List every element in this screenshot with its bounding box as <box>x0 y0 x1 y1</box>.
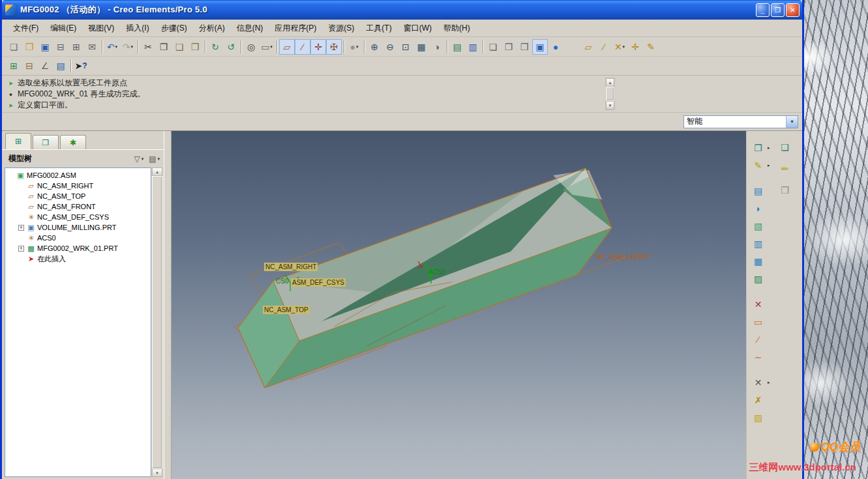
model-tree-tab[interactable]: ⊞ <box>5 133 31 149</box>
datum-plane-display-toggle[interactable]: ▱ <box>279 39 295 55</box>
sketch-rectangle-icon[interactable]: ▭ <box>750 313 766 330</box>
window-new-icon[interactable]: ❒ <box>516 39 532 55</box>
repaint-icon[interactable]: ▦ <box>413 39 429 55</box>
datum-label[interactable]: ASM_DEF_CSYS <box>291 278 346 287</box>
tree-item[interactable]: ▣ MFG0002.ASM <box>5 170 151 181</box>
point-label-icon[interactable]: ✗ <box>750 392 766 408</box>
expand-icon[interactable]: + <box>18 225 24 231</box>
regenerate-icon[interactable]: ↻ <box>207 39 223 55</box>
datum-label[interactable]: NC_ASM_FRONT <box>595 253 651 261</box>
maximize-button[interactable]: ❐ <box>771 3 785 17</box>
datum-csys-tool-icon[interactable]: ✛ <box>627 39 643 55</box>
paste-special-icon[interactable]: ❒ <box>187 39 203 55</box>
panel-splitter[interactable] <box>164 131 172 479</box>
menu-applications[interactable]: 应用程序(P) <box>269 20 322 36</box>
gauge-icon[interactable]: ∠ <box>37 58 53 74</box>
email-icon[interactable]: ✉ <box>84 39 100 55</box>
datum-label[interactable]: NC_ASM_RIGHT <box>264 263 318 271</box>
datum-point-display-toggle[interactable]: ✛ <box>310 39 326 55</box>
datum-point-icon[interactable]: ✕ <box>750 374 766 390</box>
new-file-icon[interactable]: ❏ <box>6 39 22 55</box>
tree-item[interactable]: ✳ NC_ASM_DEF_CSYS <box>5 212 151 222</box>
tree-settings-icon[interactable]: ▤ ▾ <box>149 154 160 164</box>
menu-insert[interactable]: 插入(I) <box>120 20 155 36</box>
minimize-button[interactable]: _ <box>756 3 770 17</box>
sketch-spline-icon[interactable]: ∼ <box>750 349 766 365</box>
layers-icon[interactable]: ▤ <box>449 39 465 55</box>
profile-icon[interactable]: ▥ <box>750 235 766 252</box>
tree-item[interactable]: + ▣ VOLUME_MILLING.PRT <box>5 222 151 233</box>
scroll-up-icon[interactable]: ▲ <box>606 78 614 87</box>
dome-surface-icon[interactable]: ◗ <box>750 200 766 216</box>
menu-steps[interactable]: 步骤(S) <box>155 20 193 36</box>
scroll-up-icon[interactable]: ▲ <box>152 167 162 176</box>
edit-feature-icon[interactable]: ✎ <box>750 157 766 173</box>
flyout-extra-icon[interactable]: ❒ <box>777 182 793 198</box>
combo-dropdown-icon[interactable]: ▾ <box>786 116 798 128</box>
menu-help[interactable]: 帮助(H) <box>438 20 476 36</box>
menu-info[interactable]: 信息(N) <box>231 20 269 36</box>
datum-label[interactable]: ACS0 <box>427 268 447 276</box>
datum-label[interactable]: CS0 <box>275 277 290 285</box>
cut-icon[interactable]: ✂ <box>140 39 156 55</box>
close-button[interactable]: ✕ <box>786 3 800 17</box>
open-file-icon[interactable]: ❒ <box>22 39 37 55</box>
scrollbar-thumb[interactable] <box>606 87 614 101</box>
table-icon[interactable]: ▦ <box>750 253 766 269</box>
undo-icon[interactable]: ↶ ▾ <box>104 39 120 55</box>
sketch-tool-icon[interactable]: ✎ <box>643 39 659 55</box>
window-tile-icon[interactable]: ❐ <box>501 39 516 55</box>
zoom-out-icon[interactable]: ⊖ <box>382 39 398 55</box>
tree-item[interactable]: ▱ NC_ASM_FRONT <box>5 201 151 212</box>
nc-process-manager-icon[interactable]: ⊞ <box>6 58 22 74</box>
zoom-in-icon[interactable]: ⊕ <box>367 39 382 55</box>
tree-item[interactable]: ✳ ACS0 <box>5 233 151 243</box>
flyout-arrow-icon[interactable]: ▸ <box>768 380 770 385</box>
cl-data-icon[interactable]: ▤ <box>53 58 68 74</box>
material-removal-icon[interactable]: ⊟ <box>22 58 37 74</box>
scroll-down-icon[interactable]: ▼ <box>152 469 162 477</box>
menu-view[interactable]: 视图(V) <box>82 20 120 36</box>
tree-item[interactable]: ▱ NC_ASM_TOP <box>5 191 151 201</box>
view-manager-icon[interactable]: ▥ <box>465 39 481 55</box>
menu-resources[interactable]: 资源(S) <box>322 20 360 36</box>
menu-edit[interactable]: 编辑(E) <box>44 20 82 36</box>
save-icon[interactable]: ▣ <box>37 39 53 55</box>
print-icon[interactable]: ⊟ <box>53 39 68 55</box>
folder-browser-tab[interactable]: ❒ <box>33 135 59 149</box>
datum-label[interactable]: NC_ASM_TOP <box>263 306 310 314</box>
small-point-icon[interactable]: ✕ <box>750 296 766 312</box>
reorient-icon[interactable]: ◑ <box>429 39 445 55</box>
extrude-icon[interactable]: ▧ <box>750 218 766 234</box>
paste-icon[interactable]: ❑ <box>172 39 187 55</box>
expand-icon[interactable]: + <box>18 246 24 252</box>
window-activate-icon[interactable]: ▣ <box>532 39 548 55</box>
hatch-icon[interactable]: ▨ <box>750 409 766 426</box>
flyout-copy-icon[interactable]: ❏ <box>777 139 793 155</box>
scroll-down-icon[interactable]: ▼ <box>606 101 614 109</box>
shading-mode-icon[interactable]: ● ▾ <box>346 39 362 55</box>
menu-analysis[interactable]: 分析(A) <box>193 20 231 36</box>
pattern-icon[interactable]: ▨ <box>750 270 766 287</box>
selection-filter-icon[interactable]: ▭ ▾ <box>259 39 275 55</box>
menu-tools[interactable]: 工具(T) <box>360 20 397 36</box>
custom-regenerate-icon[interactable]: ↺ <box>223 39 239 55</box>
datum-point-tool-icon[interactable]: ✕ ▾ <box>612 39 627 55</box>
flyout-arrow-icon[interactable]: ▸ <box>768 145 770 151</box>
context-help-icon[interactable]: ➤ ? <box>73 58 89 74</box>
tree-item[interactable]: + ▩ MFG0002_WRK_01.PRT <box>5 243 151 254</box>
copy-geometry-icon[interactable]: ❐ <box>750 139 766 156</box>
show-filter-icon[interactable]: ▽ ▾ <box>134 154 143 164</box>
flat-surface-icon[interactable]: ▤ <box>750 182 766 199</box>
menu-file[interactable]: 文件(F) <box>7 20 44 36</box>
window-cascade-icon[interactable]: ❏ <box>485 39 501 55</box>
refit-icon[interactable]: ⊡ <box>398 39 413 55</box>
redo-icon[interactable]: ↷ ▾ <box>120 39 136 55</box>
datum-plane-tool-icon[interactable]: ▱ <box>580 39 596 55</box>
find-icon[interactable]: ◎ <box>243 39 259 55</box>
copy-icon[interactable]: ❐ <box>156 39 172 55</box>
appearance-sphere-icon[interactable]: ● <box>548 39 563 55</box>
tree-item[interactable]: ➤ 在此插入 <box>5 254 151 264</box>
graphics-viewport[interactable]: NC_ASM_RIGHT CS0 ASM_DEF_CSYS NC_ASM_TOP… <box>172 131 746 479</box>
flyout-arrow-icon[interactable]: ▸ <box>768 163 770 168</box>
